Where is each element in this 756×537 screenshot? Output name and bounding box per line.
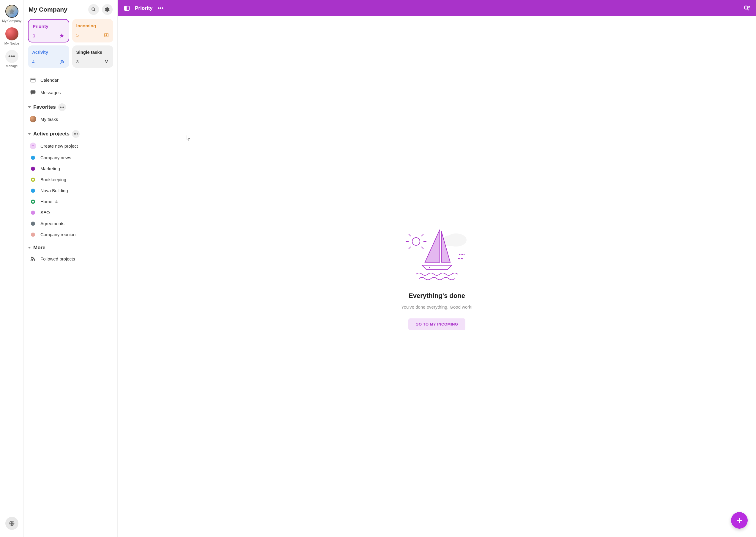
- project-label: Agreements: [40, 221, 65, 226]
- cursor-icon: [187, 135, 191, 141]
- rail-manage[interactable]: ••• Manage: [0, 48, 23, 70]
- project-item[interactable]: Company reunion: [28, 229, 113, 240]
- smart-views-grid: Priority 0 Incoming 5 Activity 4: [28, 19, 113, 68]
- rail-globe[interactable]: [0, 515, 23, 537]
- svg-line-31: [409, 247, 411, 249]
- project-item[interactable]: Nova Building: [28, 185, 113, 196]
- project-color-dot: [31, 222, 35, 226]
- topbar-more-button[interactable]: •••: [157, 5, 164, 12]
- card-single-tasks[interactable]: Single tasks 3: [72, 45, 113, 68]
- card-incoming-title: Incoming: [76, 23, 110, 28]
- card-incoming[interactable]: Incoming 5: [72, 19, 113, 42]
- company-avatar-icon: [5, 5, 19, 18]
- card-single-title: Single tasks: [76, 50, 110, 55]
- section-active-projects-header[interactable]: Active projects •••: [28, 130, 113, 138]
- svg-rect-7: [31, 78, 35, 82]
- chevron-down-icon: [28, 247, 31, 249]
- section-favorites-more[interactable]: •••: [58, 103, 66, 111]
- panel-icon: [124, 5, 130, 12]
- project-color-dot: [31, 188, 35, 193]
- lock-icon: [55, 200, 58, 203]
- card-activity-title: Activity: [32, 50, 65, 55]
- sidebar-scroll[interactable]: Priority 0 Incoming 5 Activity 4: [24, 19, 117, 537]
- section-favorites-title: Favorites: [33, 104, 56, 110]
- nozbe-avatar-icon: [5, 27, 19, 40]
- svg-rect-14: [56, 201, 58, 203]
- user-avatar-icon: [30, 116, 36, 122]
- rss-icon: [30, 255, 36, 262]
- card-activity[interactable]: Activity 4: [28, 45, 69, 68]
- topbar-title: Priority: [135, 5, 153, 11]
- nav-calendar-label: Calendar: [40, 77, 59, 83]
- project-label: Bookkeeping: [40, 177, 66, 182]
- section-active-projects-more[interactable]: •••: [72, 130, 80, 138]
- project-color-dot: [31, 232, 35, 237]
- rail-company[interactable]: My Company: [0, 2, 23, 25]
- card-priority-count: 0: [33, 33, 35, 38]
- topbar-filter-button[interactable]: [743, 5, 750, 12]
- section-more-header[interactable]: More: [28, 245, 113, 251]
- project-item[interactable]: Bookkeeping: [28, 174, 113, 185]
- svg-point-33: [429, 267, 430, 268]
- project-item[interactable]: Home: [28, 196, 113, 207]
- svg-point-12: [33, 92, 33, 92]
- svg-point-24: [412, 238, 420, 245]
- sailboat-illustration: [404, 224, 469, 283]
- nav-messages[interactable]: Messages: [28, 86, 113, 99]
- svg-point-4: [105, 60, 107, 62]
- section-active-projects-title: Active projects: [33, 131, 69, 137]
- ellipsis-icon: •••: [5, 50, 19, 63]
- main: Priority •••: [118, 0, 756, 537]
- globe-icon: [5, 517, 19, 530]
- rail-nozbe[interactable]: My Nozbe: [0, 25, 23, 48]
- sidebar-toggle-button[interactable]: [124, 5, 130, 12]
- project-color-dot: [31, 211, 35, 215]
- svg-point-18: [744, 6, 748, 9]
- calendar-icon: [30, 77, 36, 83]
- rail-company-label: My Company: [2, 19, 22, 22]
- svg-point-13: [33, 92, 34, 92]
- go-to-incoming-button[interactable]: GO TO MY INCOMING: [408, 318, 465, 330]
- content-area: Everything's done You've done everything…: [118, 16, 756, 537]
- chevron-down-icon: [28, 106, 31, 108]
- svg-line-19: [747, 9, 749, 10]
- more-followed-projects[interactable]: Followed projects: [28, 252, 113, 265]
- card-priority[interactable]: Priority 0: [28, 19, 69, 42]
- section-more-title: More: [33, 245, 45, 251]
- rail-nozbe-label: My Nozbe: [4, 42, 19, 45]
- project-color-dot: [31, 178, 35, 182]
- create-new-project[interactable]: + Create new project: [28, 140, 113, 152]
- topbar: Priority •••: [118, 0, 756, 16]
- star-icon: [59, 33, 65, 38]
- svg-rect-17: [124, 6, 126, 10]
- nav-calendar[interactable]: Calendar: [28, 74, 113, 86]
- project-item[interactable]: Agreements: [28, 218, 113, 229]
- rail-manage-label: Manage: [6, 64, 18, 68]
- plus-icon: +: [30, 143, 36, 149]
- card-priority-title: Priority: [33, 24, 65, 29]
- project-label: Nova Building: [40, 188, 68, 193]
- sidebar-title: My Company: [28, 6, 85, 13]
- svg-point-1: [92, 8, 95, 10]
- project-item[interactable]: SEO: [28, 207, 113, 218]
- gear-icon: [105, 7, 110, 12]
- empty-state-title: Everything's done: [409, 292, 465, 300]
- sidebar-header: My Company: [24, 0, 117, 19]
- project-label: Company reunion: [40, 232, 75, 237]
- search-filter-icon: [743, 5, 750, 12]
- project-color-dot: [31, 156, 35, 160]
- add-task-fab[interactable]: [731, 512, 748, 529]
- svg-line-32: [422, 247, 423, 249]
- search-button[interactable]: [88, 4, 99, 15]
- project-label: Marketing: [40, 166, 60, 171]
- settings-button[interactable]: [102, 4, 112, 15]
- section-favorites-header[interactable]: Favorites •••: [28, 103, 113, 111]
- plus-icon: [735, 516, 743, 524]
- svg-line-30: [422, 234, 423, 236]
- svg-line-29: [409, 234, 411, 236]
- card-single-count: 3: [76, 59, 79, 64]
- project-item[interactable]: Marketing: [28, 163, 113, 174]
- favorite-my-tasks[interactable]: My tasks: [28, 113, 113, 125]
- project-item[interactable]: Company news: [28, 152, 113, 163]
- favorite-my-tasks-label: My tasks: [40, 117, 58, 122]
